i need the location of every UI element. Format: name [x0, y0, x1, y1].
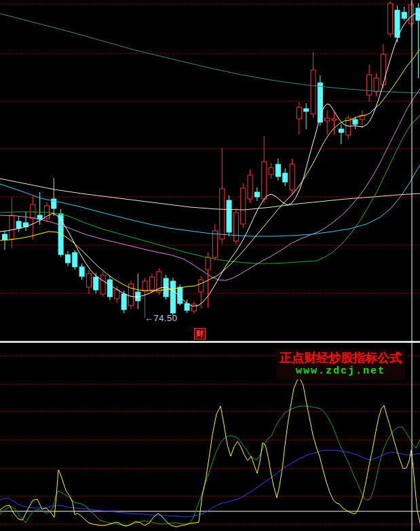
candle-body — [227, 200, 231, 232]
candle-body — [395, 10, 400, 37]
candle-body — [304, 109, 309, 111]
candle-body — [199, 280, 204, 292]
candle-body — [115, 290, 119, 299]
indicator-blue-slow — [0, 450, 420, 517]
candle-body — [3, 234, 7, 240]
candle-body — [402, 12, 406, 18]
stock-chart-window: ←74.50 财 正点财经炒股指标公式 www.zdcj.net — [0, 0, 420, 531]
price-annotation: ←74.50 — [145, 313, 178, 323]
candle-body — [339, 129, 343, 132]
candle-body — [73, 253, 77, 267]
candle-body — [94, 277, 98, 290]
candle-body — [297, 107, 301, 119]
indicator-green-mid — [0, 406, 420, 526]
watermark: 正点财经炒股指标公式 www.zdcj.net — [276, 350, 405, 380]
candle-body — [86, 274, 91, 287]
candle-body — [233, 213, 238, 241]
candle-body — [332, 119, 337, 120]
candle-body — [311, 70, 316, 114]
candle-body — [220, 189, 225, 239]
candle-body — [275, 164, 280, 177]
panel-divider — [0, 341, 420, 343]
candle-body — [409, 5, 414, 24]
candle-body — [212, 231, 217, 257]
candle-body — [100, 275, 105, 294]
candle-body — [248, 175, 252, 199]
candle-body — [241, 188, 246, 224]
candle-body — [65, 255, 70, 263]
candle-body — [416, 8, 420, 20]
candle-body — [142, 281, 147, 291]
candle-body — [367, 75, 372, 95]
candle-body — [374, 78, 379, 92]
candle-body — [149, 277, 154, 290]
candle-body — [206, 257, 210, 270]
indicator-yellow-fast — [0, 378, 420, 527]
candle-body — [262, 162, 267, 199]
candle-body — [191, 304, 196, 311]
candle-body — [16, 221, 21, 228]
chart-tag-badge: 财 — [194, 328, 206, 340]
watermark-title: 正点财经炒股指标公式 — [276, 350, 405, 365]
candle-body — [353, 120, 358, 124]
candle-body — [283, 173, 288, 182]
candle-body — [381, 54, 385, 85]
watermark-url: www.zdcj.net — [276, 365, 405, 378]
price-chart-svg — [0, 0, 420, 531]
candle-body — [9, 215, 14, 239]
candle-body — [388, 3, 393, 34]
candle-body — [254, 192, 259, 197]
candle-body — [121, 294, 126, 310]
ma-cream-long — [0, 179, 420, 210]
candle-body — [325, 118, 330, 121]
candle-body — [157, 272, 161, 292]
candle-body — [269, 168, 273, 175]
candle-body — [107, 280, 112, 297]
candle-body — [290, 164, 294, 190]
candle-body — [170, 281, 175, 313]
candle-body — [79, 267, 84, 276]
